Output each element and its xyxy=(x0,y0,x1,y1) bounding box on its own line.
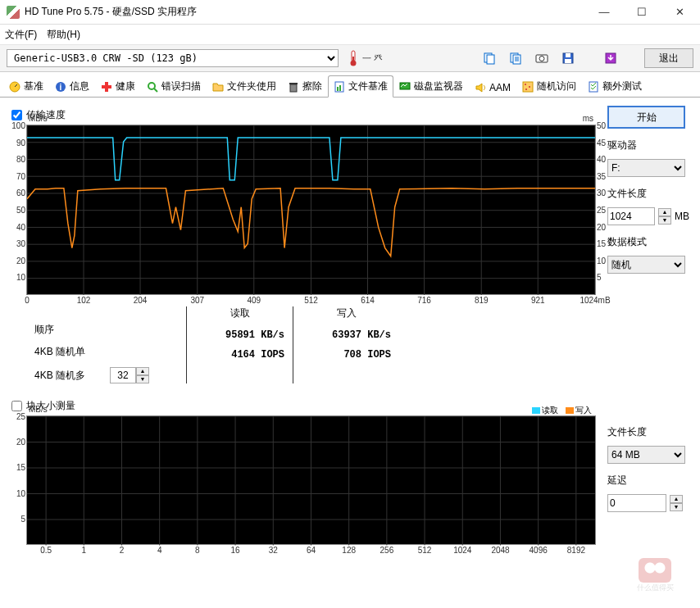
svg-rect-29 xyxy=(589,82,598,92)
copy-text-icon[interactable] xyxy=(507,49,525,67)
window-title: HD Tune Pro 5.75 - 硬盘/SSD 实用程序 xyxy=(25,5,585,19)
svg-rect-20 xyxy=(289,83,298,84)
svg-rect-25 xyxy=(523,82,533,92)
tab-filebenchmark[interactable]: 文件基准 xyxy=(328,75,393,98)
svg-point-8 xyxy=(539,57,544,61)
svg-point-26 xyxy=(525,84,526,85)
svg-rect-22 xyxy=(337,87,339,91)
rand-single-write-value: 708 IOPS xyxy=(302,349,391,361)
filelen-input[interactable] xyxy=(607,207,655,225)
delay-input[interactable] xyxy=(607,494,666,512)
minimize-button[interactable]: — xyxy=(585,0,623,25)
delay-label: 延迟 xyxy=(607,474,690,488)
save-icon[interactable] xyxy=(559,49,577,67)
spin-up-icon[interactable]: ▲ xyxy=(670,495,683,503)
tab-randomaccess[interactable]: 随机访问 xyxy=(516,75,582,97)
svg-rect-23 xyxy=(339,85,341,91)
svg-rect-10 xyxy=(566,53,570,57)
exit-button[interactable]: 退出 xyxy=(644,48,693,68)
filelen2-select[interactable]: 64 MB xyxy=(607,446,685,464)
copy-icon[interactable] xyxy=(480,49,498,67)
start-button[interactable]: 开始 xyxy=(607,106,685,129)
chart2-legend: 读取 写入 xyxy=(527,405,592,416)
tabstrip: 基准 i信息 健康 错误扫描 文件夹使用 擦除 文件基准 磁盘监视器 AAM 随… xyxy=(0,72,700,98)
svg-rect-11 xyxy=(565,59,571,63)
row-4k-multi-label: 4KB 随机多 xyxy=(34,369,85,383)
spin-down-icon[interactable]: ▼ xyxy=(658,216,671,225)
rand-single-read-value: 4164 IOPS xyxy=(195,349,284,361)
tab-diskmonitor[interactable]: 磁盘监视器 xyxy=(393,75,469,97)
chart2-bottom-axis: 0.512481632641282565121024204840968192 xyxy=(27,546,595,557)
datamode-select[interactable]: 随机 xyxy=(607,256,685,274)
multi-thread-spinner[interactable]: ▲▼ xyxy=(110,367,149,383)
svg-point-18 xyxy=(148,83,155,89)
menu-help[interactable]: 帮助(H) xyxy=(47,28,80,42)
spin-down-icon[interactable]: ▼ xyxy=(136,375,149,383)
titlebar: HD Tune Pro 5.75 - 硬盘/SSD 实用程序 — ☐ ✕ xyxy=(0,0,700,25)
tab-info[interactable]: i信息 xyxy=(49,75,95,97)
maximize-button[interactable]: ☐ xyxy=(623,0,661,25)
menubar: 文件(F) 帮助(H) xyxy=(0,25,700,44)
filelen-unit: MB xyxy=(675,211,689,222)
header-read: 读取 xyxy=(195,306,284,321)
multi-thread-input[interactable] xyxy=(110,367,136,383)
results-table: 顺序 4KB 随机单 4KB 随机多 ▲▼ 读取 95891 KB/s 4164… xyxy=(34,306,596,383)
svg-rect-2 xyxy=(352,57,354,63)
temperature-display: 一 癶 xyxy=(347,50,383,66)
screenshot-icon[interactable] xyxy=(533,49,551,67)
chart1-y-unit-left: MB/s xyxy=(29,114,48,123)
svg-rect-4 xyxy=(487,55,494,64)
drive-select[interactable]: F: xyxy=(607,159,685,177)
sidebar: 开始 驱动器 F: 文件长度 ▲▼ MB 数据模式 随机 文件长度 64 MB … xyxy=(607,106,690,551)
row-seq-label: 顺序 xyxy=(34,323,186,337)
menu-file[interactable]: 文件(F) xyxy=(5,28,37,42)
filelen2-label: 文件长度 xyxy=(607,425,690,439)
toolbar: Generic-USB3.0 CRW -SD (123 gB) 一 癶 退出 xyxy=(0,44,700,72)
blocksize-checkbox[interactable] xyxy=(11,401,22,411)
spin-up-icon[interactable]: ▲ xyxy=(136,367,149,375)
datamode-label: 数据模式 xyxy=(607,235,690,249)
row-4k-single-label: 4KB 随机单 xyxy=(34,345,186,359)
chart2-y-unit: MB/s xyxy=(29,405,48,414)
svg-point-27 xyxy=(529,86,530,88)
transfer-speed-checkbox[interactable] xyxy=(11,110,22,120)
svg-rect-17 xyxy=(102,85,111,88)
tab-health[interactable]: 健康 xyxy=(95,75,141,97)
spin-up-icon[interactable]: ▲ xyxy=(658,208,671,216)
seq-write-value: 63937 KB/s xyxy=(302,329,391,341)
chart1-left-axis: 102030405060708090100 xyxy=(9,125,25,294)
tab-erase[interactable]: 擦除 xyxy=(282,75,328,97)
svg-text:i: i xyxy=(60,83,62,92)
svg-rect-19 xyxy=(290,84,297,92)
blocksize-chart: MB/s 读取 写入 510152025 0.51248163264128256… xyxy=(26,415,596,545)
chart1-y-unit-right: ms xyxy=(583,114,593,123)
tab-benchmark[interactable]: 基准 xyxy=(3,75,49,97)
content-area: 传输速度 MB/s ms 102030405060708090100 51015… xyxy=(0,98,700,560)
header-write: 写入 xyxy=(302,306,391,321)
svg-point-28 xyxy=(525,88,527,90)
chart1-bottom-axis: 01022043074095126147168199211024mB xyxy=(27,296,595,307)
tab-folderusage[interactable]: 文件夹使用 xyxy=(207,75,282,97)
tab-extratests[interactable]: 额外测试 xyxy=(582,75,648,97)
close-button[interactable]: ✕ xyxy=(661,0,698,25)
drive-label: 驱动器 xyxy=(607,138,690,152)
thermometer-icon xyxy=(347,50,360,66)
chart2-left-axis: 510152025 xyxy=(9,416,25,544)
app-icon xyxy=(7,6,20,19)
filelen-label: 文件长度 xyxy=(607,187,690,201)
seq-read-value: 95891 KB/s xyxy=(195,329,284,341)
spin-down-icon[interactable]: ▼ xyxy=(670,503,683,511)
load-icon[interactable] xyxy=(602,49,620,67)
device-select[interactable]: Generic-USB3.0 CRW -SD (123 gB) xyxy=(7,49,339,67)
tab-aam[interactable]: AAM xyxy=(469,78,516,97)
transfer-speed-chart: MB/s ms 102030405060708090100 5101520253… xyxy=(26,125,596,295)
chart1-right-axis: 5101520253035404550 xyxy=(597,125,611,294)
tab-errorscan[interactable]: 错误扫描 xyxy=(141,75,207,97)
